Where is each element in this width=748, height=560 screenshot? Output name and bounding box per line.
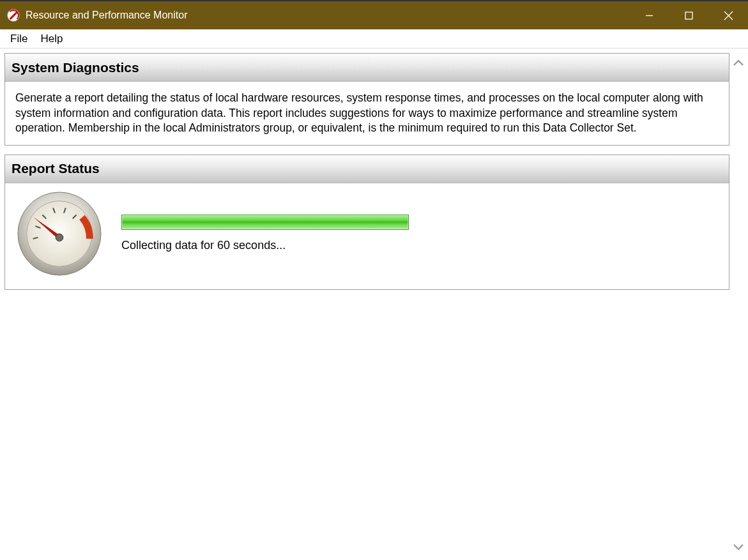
panel-system-diagnostics: System Diagnostics Generate a report det… [4,53,729,146]
maximize-button[interactable] [669,1,708,29]
diagnostics-description: Generate a report detailing the status o… [5,82,729,145]
panel-header-report-status[interactable]: Report Status [5,155,729,183]
svg-point-13 [56,234,63,241]
client-area: System Diagnostics Generate a report det… [0,49,748,560]
panel-report-status: Report Status [4,155,729,290]
scroll-down-icon[interactable] [733,542,744,554]
panel-title: System Diagnostics [11,60,139,75]
menu-help[interactable]: Help [34,31,69,47]
window-title: Resource and Performance Monitor [26,10,187,21]
svg-rect-1 [685,12,692,19]
window-titlebar: Resource and Performance Monitor [0,0,748,29]
gauge-icon [15,190,103,278]
menu-bar: File Help [0,29,748,49]
close-button[interactable] [708,1,748,29]
scroll-up-icon[interactable] [733,57,744,69]
status-message: Collecting data for 60 seconds... [121,239,409,252]
minimize-button[interactable] [629,1,669,29]
menu-file[interactable]: File [4,31,34,47]
app-icon [6,8,20,22]
panel-header-system-diagnostics[interactable]: System Diagnostics [5,54,729,82]
panel-title: Report Status [11,161,100,176]
progress-bar [121,215,409,230]
